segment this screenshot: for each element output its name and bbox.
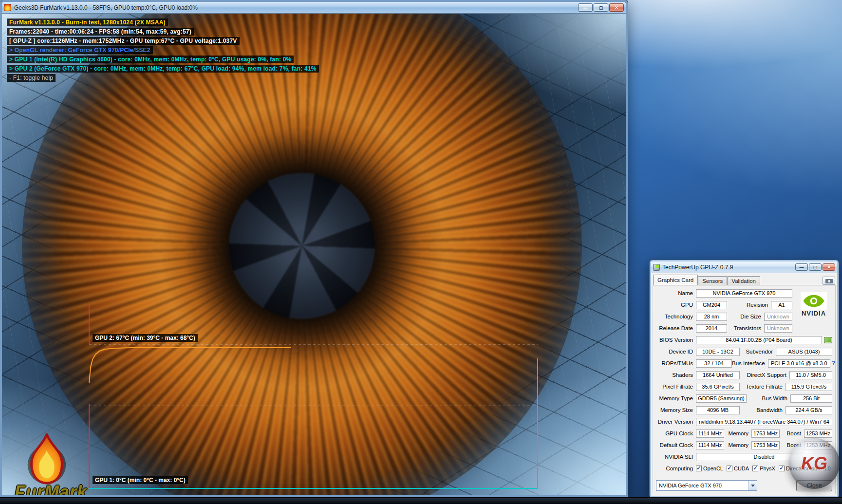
- field-label: Technology: [656, 314, 696, 319]
- row-name: Name NVIDIA GeForce GTX 970: [656, 288, 792, 298]
- row-memorytype-buswidth: Memory Type GDDR5 (Samsung) Bus Width 25…: [656, 393, 832, 403]
- gpu-clock-value: 1114 MHz: [696, 429, 724, 438]
- nvidia-eye-icon: [800, 292, 827, 310]
- directx-value: 11.0 / SM5.0: [789, 371, 832, 379]
- bus-width-value: 256 Bit: [790, 394, 832, 403]
- row-gpu-clocks: GPU Clock 1114 MHz Memory 1753 MHz Boost…: [656, 429, 832, 438]
- osd-help-hint: - F1: toggle help: [7, 74, 56, 82]
- device-select-value: NVIDIA GeForce GTX 970: [656, 483, 748, 488]
- gpuz-titlebar[interactable]: TechPowerUp GPU-Z 0.7.9 — ▢ ✕: [651, 261, 837, 273]
- field-label: Memory: [724, 430, 751, 436]
- kitguru-watermark: KG: [789, 438, 840, 489]
- furry-donut-pupil: [229, 173, 375, 319]
- bus-interface-help-icon[interactable]: ?: [830, 360, 837, 367]
- field-label: Pixel Fillrate: [656, 384, 696, 390]
- memory-size-value: 4096 MB: [696, 406, 740, 414]
- row-driver: Driver Version nvlddmkm 9.18.13.4407 (Fo…: [656, 417, 832, 427]
- furmark-logo-text: FurMark: [15, 482, 112, 495]
- osd-burnin-title: FurMark v1.13.0.0 - Burn-in test, 1280x1…: [7, 19, 168, 26]
- furmark-render-area: FurMark v1.13.0.0 - Burn-in test, 1280x1…: [2, 14, 626, 495]
- field-label: Subvendor: [740, 349, 776, 355]
- flame-icon: [21, 433, 72, 485]
- checkbox-checked-icon: [696, 466, 702, 471]
- osd-gpuz-clocks: [ GPU-Z ] core:1126MHz - mem:1752MHz - G…: [7, 37, 240, 45]
- checkbox-cuda[interactable]: CUDA: [727, 466, 749, 471]
- gpuz-tab-strip: Graphics Card Sensors Validation: [651, 273, 837, 285]
- osd-gpu1-status: > GPU 1 (Intel(R) HD Graphics 4600) - co…: [7, 56, 294, 63]
- checkbox-opencl[interactable]: OpenCL: [696, 466, 723, 471]
- bandwidth-value: 224.4 GB/s: [786, 406, 832, 414]
- transistors-value: Unknown: [764, 324, 792, 333]
- desktop: Geeks3D FurMark v1.13.0.0 - 58FPS, GPU0 …: [0, 0, 842, 504]
- row-shaders-directx: Shaders 1664 Unified DirectX Support 11.…: [656, 370, 832, 380]
- row-rops-businterface: ROPs/TMUs 32 / 104 Bus Interface PCI-E 3…: [656, 358, 832, 368]
- device-id-value: 10DE - 13C2: [696, 348, 740, 356]
- checkbox-label: OpenCL: [703, 466, 723, 471]
- osd-gpu2-status: > GPU 2 (GeForce GTX 970) - core: 0MHz, …: [7, 65, 319, 73]
- field-label: Memory Size: [656, 407, 696, 413]
- gpu-memory-clock-value: 1753 MHz: [751, 429, 780, 438]
- gpu-boost-clock-value: 1253 MHz: [804, 429, 832, 438]
- tab-graphics-card[interactable]: Graphics Card: [653, 275, 698, 285]
- subvendor-value: ASUS (1043): [776, 348, 832, 356]
- technology-value: 28 nm: [696, 313, 727, 321]
- field-label: Die Size: [727, 314, 764, 319]
- furmark-minimize-button[interactable]: —: [578, 3, 593, 12]
- memory-type-value: GDDR5 (Samsung): [696, 394, 747, 403]
- nvidia-logo-text: NVIDIA: [796, 310, 831, 317]
- gpuz-window-title: TechPowerUp GPU-Z 0.7.9: [662, 264, 793, 271]
- row-fillrates: Pixel Fillrate 35.6 GPixel/s Texture Fil…: [656, 382, 832, 392]
- checkbox-physx[interactable]: PhysX: [752, 466, 775, 471]
- furmark-window: Geeks3D FurMark v1.13.0.0 - 58FPS, GPU0 …: [0, 0, 628, 497]
- field-label: Memory: [724, 442, 751, 448]
- temperature-graph: GPU 2: 67°C (min: 39°C - max: 68°C) GPU …: [87, 301, 540, 493]
- field-label: Memory Type: [656, 395, 696, 401]
- field-label: Boost: [780, 430, 804, 436]
- field-label: Shaders: [656, 372, 696, 378]
- shaders-value: 1664 Unified: [696, 371, 740, 379]
- osd-overlay: FurMark v1.13.0.0 - Burn-in test, 1280x1…: [7, 19, 319, 83]
- tab-validation[interactable]: Validation: [727, 276, 760, 285]
- bios-save-icon[interactable]: [824, 337, 832, 343]
- field-label: Bus Width: [747, 395, 790, 401]
- field-label: Release Date: [656, 325, 696, 331]
- furmark-close-button[interactable]: ✕: [609, 3, 624, 12]
- field-label: GPU Clock: [656, 430, 696, 436]
- field-label: Revision: [727, 302, 771, 308]
- screenshot-camera-icon[interactable]: [823, 277, 835, 285]
- field-label: Name: [656, 290, 696, 296]
- default-memory-clock-value: 1753 MHz: [751, 441, 780, 449]
- furmark-titlebar[interactable]: Geeks3D FurMark v1.13.0.0 - 58FPS, GPU0 …: [2, 2, 626, 14]
- field-label: Bus Interface: [732, 360, 768, 366]
- furmark-maximize-button[interactable]: ▢: [594, 3, 608, 12]
- osd-opengl-renderer: > OpenGL renderer: GeForce GTX 970/PCIe/…: [7, 46, 153, 54]
- revision-value: A1: [771, 301, 792, 309]
- name-value: NVIDIA GeForce GTX 970: [696, 289, 792, 298]
- device-select-dropdown[interactable]: NVIDIA GeForce GTX 970: [656, 480, 757, 491]
- row-memorysize-bandwidth: Memory Size 4096 MB Bandwidth 224.4 GB/s: [656, 405, 832, 415]
- row-deviceid-subvendor: Device ID 10DE - 13C2 Subvendor ASUS (10…: [656, 347, 832, 356]
- checkbox-label: CUDA: [734, 466, 749, 471]
- gpuz-app-icon: [653, 264, 660, 271]
- taskbar[interactable]: [0, 497, 842, 504]
- pixel-fillrate-value: 35.6 GPixel/s: [696, 383, 740, 391]
- texture-fillrate-value: 115.9 GTexel/s: [786, 383, 832, 391]
- field-label: Bandwidth: [740, 407, 786, 413]
- gpuz-close-window-button[interactable]: ✕: [823, 263, 835, 271]
- default-clock-value: 1114 MHz: [696, 441, 724, 449]
- row-gpu-revision: GPU GM204 Revision A1: [656, 300, 792, 310]
- furmark-window-title: Geeks3D FurMark v1.13.0.0 - 58FPS, GPU0 …: [14, 4, 575, 11]
- row-technology-diesize: Technology 28 nm Die Size Unknown: [656, 312, 792, 321]
- gpu-value: GM204: [696, 301, 727, 309]
- checkbox-checked-icon: [779, 466, 785, 471]
- tab-sensors[interactable]: Sensors: [698, 276, 727, 285]
- gpu2-temp-label: GPU 2: 67°C (min: 39°C - max: 68°C): [93, 334, 198, 342]
- release-date-value: 2014: [696, 324, 727, 333]
- field-label: NVIDIA SLI: [656, 454, 696, 460]
- row-release-transistors: Release Date 2014 Transistors Unknown: [656, 323, 792, 333]
- gpuz-minimize-button[interactable]: —: [795, 263, 808, 271]
- field-label: GPU: [656, 302, 696, 308]
- field-label: Device ID: [656, 349, 696, 355]
- chevron-down-icon: [748, 481, 757, 490]
- gpuz-maximize-button[interactable]: ▢: [809, 263, 822, 271]
